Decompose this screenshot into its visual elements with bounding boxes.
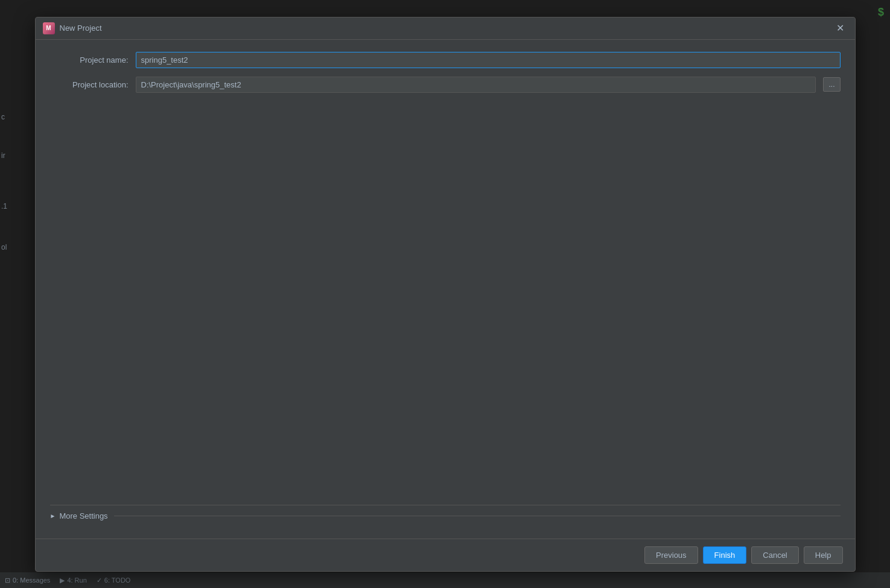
previous-button[interactable]: Previous [644, 546, 698, 564]
more-settings-divider [114, 516, 841, 516]
help-button[interactable]: Help [804, 546, 843, 564]
new-project-dialog: M New Project ✕ Project name: Project lo… [35, 17, 856, 572]
dialog-titlebar: M New Project ✕ [36, 17, 855, 40]
dialog-close-button[interactable]: ✕ [833, 22, 848, 34]
project-location-row: Project location: D:\Project\java\spring… [50, 77, 841, 93]
dialog-content: Project name: Project location: D:\Proje… [36, 40, 855, 539]
dialog-title: New Project [60, 24, 102, 33]
dialog-title-left: M New Project [43, 22, 102, 34]
more-settings-label[interactable]: More Settings [59, 511, 107, 520]
dialog-overlay: M New Project ✕ Project name: Project lo… [0, 0, 890, 588]
project-location-value: D:\Project\java\spring5_test2 [136, 77, 816, 93]
project-name-row: Project name: [50, 52, 841, 68]
cancel-button[interactable]: Cancel [751, 546, 798, 564]
project-location-label: Project location: [50, 80, 129, 89]
project-name-input[interactable] [136, 52, 841, 68]
dialog-icon: M [43, 22, 55, 34]
dialog-footer: Previous Finish Cancel Help [36, 539, 855, 571]
more-settings-row: ► More Settings [50, 505, 841, 526]
finish-button[interactable]: Finish [703, 546, 747, 564]
project-name-label: Project name: [50, 55, 129, 65]
dialog-empty-area [50, 101, 841, 496]
browse-button[interactable]: ... [823, 77, 840, 92]
more-settings-toggle[interactable]: ► [50, 513, 56, 519]
